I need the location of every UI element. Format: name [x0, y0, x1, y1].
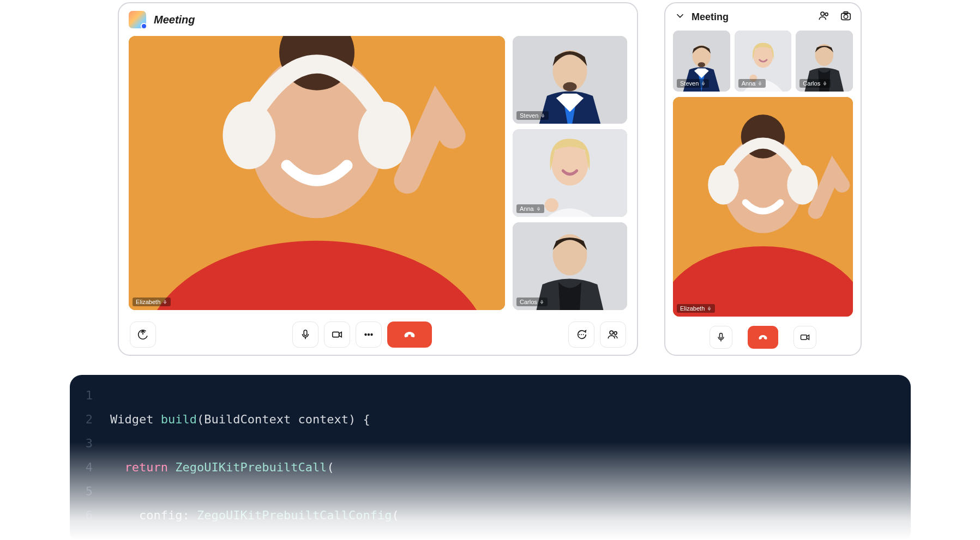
line-number: 1 — [70, 384, 93, 408]
desktop-body: Elizabeth Steven Anna Carlos — [119, 36, 637, 314]
participant-name-tag: Carlos — [799, 79, 831, 88]
participant-thumb[interactable]: Steven — [673, 31, 730, 92]
svg-point-27 — [825, 13, 828, 16]
participant-name-label: Anna — [520, 205, 534, 212]
mobile-main-video[interactable]: Elizabeth — [673, 97, 853, 317]
mic-status-icon — [701, 81, 706, 86]
participant-name-tag: Anna — [738, 79, 766, 88]
more-icon — [363, 329, 375, 341]
participants-button[interactable] — [600, 321, 626, 348]
participant-name-label: Steven — [520, 112, 538, 119]
participant-name-label: Steven — [680, 80, 699, 87]
main-participant-video[interactable]: Elizabeth — [129, 36, 505, 310]
code-line: config: ZegoUIKitPrebuiltCallConfig( — [110, 503, 645, 527]
code-lines: Widget build(BuildContext context) { ret… — [99, 375, 645, 540]
line-number: 4 — [70, 456, 93, 480]
share-button[interactable] — [130, 321, 156, 348]
mic-status-icon — [163, 300, 167, 305]
app-icon — [129, 11, 146, 28]
svg-point-21 — [579, 334, 580, 335]
participant-thumb[interactable]: Anna — [513, 129, 627, 217]
participant-name-label: Elizabeth — [680, 305, 705, 312]
participant-side-list: Steven Anna Carlos — [513, 36, 627, 310]
line-number: 2 — [70, 408, 93, 432]
mobile-meeting-title: Meeting — [692, 11, 729, 23]
camera-toggle-button[interactable] — [793, 326, 816, 349]
participants-icon — [607, 329, 619, 341]
person-illustration — [673, 97, 853, 317]
participant-name-tag: Carlos — [516, 298, 548, 306]
participant-name-tag: Steven — [677, 79, 709, 88]
camera-icon — [331, 329, 343, 341]
svg-point-20 — [371, 334, 372, 336]
code-snippet-panel: 1 2 3 4 5 6 7 Widget build(BuildContext … — [70, 375, 911, 540]
hangup-icon — [756, 331, 769, 344]
person-illustration — [513, 222, 627, 310]
participant-name-tag: Anna — [516, 204, 544, 213]
participant-name-label: Elizabeth — [136, 299, 160, 305]
participant-name-tag: Elizabeth — [133, 298, 171, 306]
participant-thumb[interactable]: Anna — [735, 31, 792, 92]
camera-icon — [799, 332, 810, 343]
person-illustration — [129, 36, 505, 310]
svg-rect-30 — [844, 12, 847, 14]
share-icon — [137, 329, 149, 341]
camera-toggle-button[interactable] — [324, 321, 350, 348]
participant-name-label: Carlos — [520, 299, 537, 305]
svg-point-22 — [581, 334, 582, 335]
participant-thumb[interactable]: Steven — [513, 36, 627, 124]
code-line: return ZegoUIKitPrebuiltCall( — [110, 456, 645, 480]
more-options-button[interactable] — [356, 321, 382, 348]
mic-status-icon — [822, 81, 827, 86]
svg-point-18 — [365, 334, 366, 336]
desktop-meeting-window: Meeting Elizabeth Steven Anna Carlos — [118, 2, 638, 356]
participant-thumb[interactable]: Carlos — [513, 222, 627, 310]
participant-thumb[interactable]: Carlos — [796, 31, 853, 92]
participant-name-tag: Elizabeth — [677, 304, 715, 313]
participant-name-tag: Steven — [516, 111, 549, 120]
svg-point-23 — [583, 334, 584, 335]
desktop-controls — [119, 314, 637, 355]
participant-name-label: Carlos — [803, 80, 820, 87]
line-number: 6 — [70, 503, 93, 527]
mobile-thumb-row: Steven Anna Carlos — [673, 31, 853, 92]
mic-status-icon — [707, 306, 712, 311]
participants-icon-button[interactable] — [818, 10, 830, 24]
mic-toggle-button[interactable] — [292, 321, 318, 348]
mic-status-icon — [540, 113, 545, 118]
end-call-button[interactable] — [387, 321, 432, 348]
mobile-body: Steven Anna Carlos Elizabeth — [665, 31, 861, 320]
mic-icon — [716, 332, 726, 343]
hangup-icon — [401, 326, 418, 343]
mic-status-icon — [757, 81, 762, 86]
svg-rect-17 — [333, 332, 339, 337]
person-illustration — [513, 36, 627, 124]
line-number: 7 — [70, 527, 93, 540]
mic-icon — [299, 329, 311, 341]
line-number: 3 — [70, 432, 93, 456]
mobile-controls — [665, 320, 861, 355]
svg-point-26 — [821, 12, 824, 15]
end-call-button[interactable] — [748, 326, 778, 349]
svg-point-25 — [614, 332, 617, 335]
code-gutter: 1 2 3 4 5 6 7 — [70, 375, 99, 540]
participant-name-label: Anna — [742, 80, 756, 87]
chevron-down-icon[interactable] — [674, 10, 686, 24]
svg-rect-31 — [801, 335, 807, 339]
svg-point-29 — [844, 15, 847, 19]
code-line: Widget build(BuildContext context) { — [110, 408, 645, 432]
meeting-title: Meeting — [154, 14, 195, 26]
desktop-header: Meeting — [119, 3, 637, 36]
mic-status-icon — [536, 207, 541, 211]
mobile-meeting-window: Meeting Steven Anna Carlos Elizabeth — [664, 2, 862, 356]
mic-toggle-button[interactable] — [710, 326, 732, 349]
person-illustration — [513, 129, 627, 217]
camera-icon-button[interactable] — [840, 10, 852, 24]
svg-point-24 — [610, 331, 613, 334]
chat-button[interactable] — [568, 321, 594, 348]
chat-icon — [575, 329, 587, 341]
mobile-header: Meeting — [665, 3, 861, 31]
line-number: 5 — [70, 480, 93, 503]
mic-status-icon — [539, 300, 544, 305]
svg-point-19 — [368, 334, 370, 336]
